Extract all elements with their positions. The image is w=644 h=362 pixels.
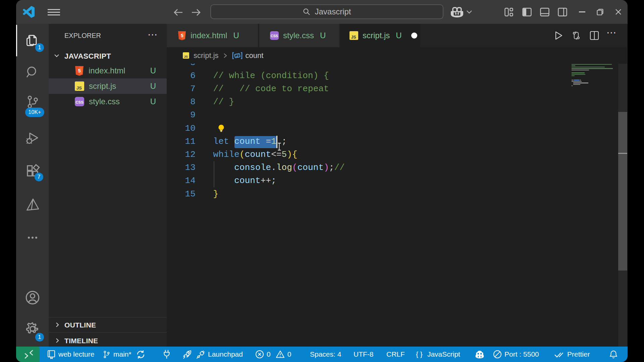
svg-text:JS: JS — [76, 85, 82, 90]
svg-text:CSS: CSS — [75, 100, 84, 104]
svg-text:JS: JS — [351, 35, 356, 40]
svg-text:5: 5 — [78, 68, 80, 73]
svg-text:CSS: CSS — [271, 34, 278, 38]
svg-text:5: 5 — [181, 33, 183, 38]
svg-text:JS: JS — [184, 55, 188, 58]
